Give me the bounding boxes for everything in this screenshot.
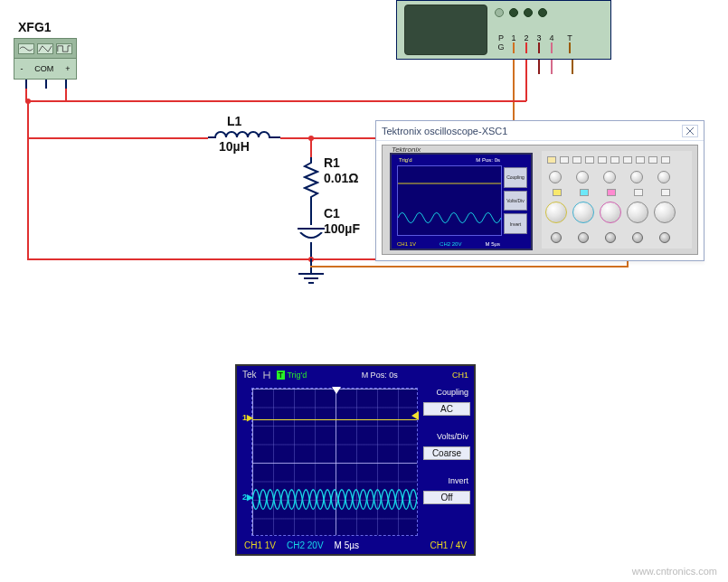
trig-readout: CH1 / 4V <box>430 540 467 550</box>
window-title: Tektronix oscilloscope-XSC1 <box>382 126 507 136</box>
voltsdiv-label: Volts/Div <box>423 432 470 441</box>
wire <box>310 207 312 225</box>
invert-value[interactable]: Off <box>423 491 470 504</box>
knob[interactable] <box>603 171 616 183</box>
mpos-text: M Pos: 0s <box>362 371 398 380</box>
volts-knob[interactable] <box>545 202 567 223</box>
scope-plot <box>397 165 502 236</box>
g-label: G <box>495 42 507 52</box>
knob-icon <box>538 8 547 17</box>
resistor-r1 <box>303 157 319 208</box>
l1-ref: L1 <box>227 114 241 128</box>
ch2-trace <box>252 389 417 535</box>
volts-knob[interactable] <box>572 202 594 223</box>
menu-button[interactable] <box>648 156 657 164</box>
com-label: COM <box>34 64 53 73</box>
c1-ref: C1 <box>324 206 340 221</box>
time-knob[interactable] <box>627 202 648 223</box>
knob[interactable] <box>657 171 670 183</box>
wire <box>27 137 29 260</box>
close-button[interactable] <box>682 125 698 137</box>
scope-screen: Trig'd M Pos: 0s Coupling Volts/Div Inve… <box>390 153 533 250</box>
ch-button[interactable] <box>607 189 616 196</box>
knob-icon <box>509 8 518 17</box>
menu-button[interactable] <box>585 156 594 164</box>
ch2-readout: CH2 20V <box>440 241 461 247</box>
xfg1-pos-pin <box>65 80 67 89</box>
triangle-wave-icon[interactable] <box>37 43 53 54</box>
ch-button[interactable] <box>580 189 589 196</box>
bnc-ch2[interactable] <box>578 232 589 243</box>
ch-button[interactable] <box>553 189 562 196</box>
wire <box>551 60 553 74</box>
knob-icon <box>495 8 504 17</box>
wire <box>310 266 627 268</box>
watermark: www.cntronics.com <box>632 566 717 577</box>
scope-screen-icon <box>404 5 487 55</box>
neg-label: - <box>20 64 23 73</box>
function-generator[interactable]: - COM + <box>14 38 77 80</box>
inductor-l1 <box>208 129 280 146</box>
terminals-row: - COM + <box>14 59 76 79</box>
trig-pin <box>569 42 571 53</box>
trig-status: Trig'd <box>287 371 307 380</box>
softkey[interactable]: Coupling <box>504 167 527 188</box>
trig-level-icon <box>410 411 419 420</box>
wire <box>627 261 629 268</box>
oscilloscope-window[interactable]: Tektronix oscilloscope-XSC1 Tektronix Tr… <box>375 120 704 261</box>
ch1-marker: 1▶ <box>242 413 253 422</box>
ch2-label: 2 <box>520 33 533 42</box>
knob[interactable] <box>630 171 643 183</box>
time-readout: M 5µs <box>486 241 500 247</box>
oscilloscope-instrument[interactable]: P G 1 2 3 4 T <box>396 0 611 60</box>
menu-button[interactable] <box>547 156 556 164</box>
volts-knob[interactable] <box>600 202 621 223</box>
wire <box>27 100 29 138</box>
bnc-ch4[interactable] <box>632 232 643 243</box>
wire <box>27 137 208 139</box>
pos-label: + <box>65 64 70 73</box>
menu-button[interactable] <box>623 156 632 164</box>
port-row: P G 1 2 3 4 T <box>495 33 576 53</box>
snapshot-plot <box>251 388 418 536</box>
bnc-ext[interactable] <box>659 232 670 243</box>
time-readout: M 5µs <box>335 540 359 550</box>
menu-heading: CH1 <box>452 371 468 380</box>
snapshot-side-menu: Coupling AC Volts/Div Coarse Invert Off <box>423 388 470 504</box>
menu-button[interactable] <box>572 156 581 164</box>
wire <box>280 137 375 139</box>
bnc-ch1[interactable] <box>551 232 562 243</box>
menu-button[interactable] <box>598 156 607 164</box>
coupling-value[interactable]: AC <box>423 402 470 416</box>
ch-button[interactable] <box>661 189 670 196</box>
trigger-knob[interactable] <box>654 202 676 223</box>
menu-button[interactable] <box>636 156 645 164</box>
wire <box>572 60 573 74</box>
wire <box>27 100 317 102</box>
window-titlebar[interactable]: Tektronix oscilloscope-XSC1 <box>376 121 704 141</box>
voltsdiv-value[interactable]: Coarse <box>423 446 470 460</box>
r1-ref: R1 <box>324 155 340 170</box>
p-label: P <box>495 33 507 42</box>
softkey[interactable]: Volts/Div <box>504 191 527 211</box>
ch2-pin <box>525 42 527 53</box>
square-wave-icon[interactable] <box>56 43 72 54</box>
ch1-pin <box>513 42 515 53</box>
trigger-marker-icon <box>332 387 341 396</box>
menu-button[interactable] <box>560 156 569 164</box>
knob[interactable] <box>576 171 589 183</box>
xfg1-ref: XFG1 <box>18 20 52 34</box>
ch-button[interactable] <box>634 189 643 196</box>
mpos-text: M Pos: 0s <box>476 157 500 163</box>
softkey[interactable]: Invert <box>504 213 527 234</box>
ch4-pin <box>551 42 553 53</box>
trig-label: T <box>563 33 576 42</box>
bnc-ch3[interactable] <box>605 232 616 243</box>
menu-button[interactable] <box>661 156 670 164</box>
oscilloscope-snapshot: Tek T Trig'd M Pos: 0s CH1 1▶ 2▶ Couplin… <box>235 364 476 556</box>
ch2-readout: CH2 20V <box>287 540 324 550</box>
ch1-readout: CH1 1V <box>397 241 416 247</box>
knob[interactable] <box>549 171 562 183</box>
menu-button[interactable] <box>610 156 619 164</box>
sine-wave-icon[interactable] <box>18 43 34 54</box>
